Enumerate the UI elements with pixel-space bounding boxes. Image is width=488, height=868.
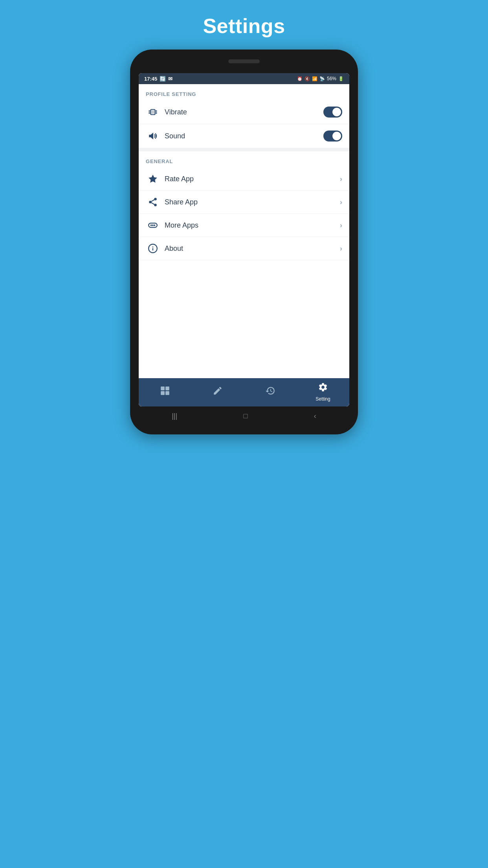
signal-icon: 📡 xyxy=(319,76,325,81)
vibrate-label: Vibrate xyxy=(165,108,323,116)
page-title: Settings xyxy=(203,0,285,50)
vibrate-toggle[interactable] xyxy=(323,107,342,118)
more-apps-row[interactable]: More Apps › xyxy=(139,214,349,237)
screen-content: PROFILE SETTING Vibrate xyxy=(139,84,349,406)
section-divider-1 xyxy=(139,148,349,151)
phone-top xyxy=(139,50,349,73)
svg-rect-22 xyxy=(161,386,165,390)
svg-rect-1 xyxy=(152,110,154,114)
battery-icon: 🔋 xyxy=(338,76,344,81)
vibrate-icon xyxy=(146,107,160,117)
nav-item-edit[interactable] xyxy=(202,386,233,398)
svg-line-14 xyxy=(151,200,154,201)
status-right: ⏰ 🔇 📶 📡 56% 🔋 xyxy=(297,76,344,81)
sound-row[interactable]: Sound xyxy=(139,124,349,148)
more-apps-icon xyxy=(146,220,160,230)
svg-point-21 xyxy=(152,246,154,248)
share-app-chevron: › xyxy=(340,198,342,206)
rate-app-row[interactable]: Rate App › xyxy=(139,167,349,191)
svg-point-18 xyxy=(154,224,155,226)
share-app-row[interactable]: Share App › xyxy=(139,191,349,214)
pencil-icon xyxy=(213,386,223,398)
nav-item-history[interactable] xyxy=(255,386,286,398)
history-icon xyxy=(265,386,275,398)
about-row[interactable]: About › xyxy=(139,237,349,260)
home-btn[interactable]: □ xyxy=(244,412,248,420)
profile-section-header: PROFILE SETTING xyxy=(139,84,349,100)
sound-icon xyxy=(146,131,160,141)
empty-space xyxy=(139,260,349,378)
info-icon xyxy=(146,243,160,254)
rate-app-label: Rate App xyxy=(165,175,340,183)
wifi-icon: 📶 xyxy=(312,76,317,81)
share-icon xyxy=(146,197,160,207)
more-apps-label: More Apps xyxy=(165,221,340,230)
svg-rect-24 xyxy=(161,391,165,395)
status-left: 17:45 🔄 ✉ xyxy=(144,76,172,82)
sound-toggle[interactable] xyxy=(323,131,342,142)
battery-text: 56% xyxy=(327,76,336,81)
status-time: 17:45 xyxy=(144,76,157,82)
rate-app-chevron: › xyxy=(340,175,342,183)
status-bar: 17:45 🔄 ✉ ⏰ 🔇 📶 📡 56% 🔋 xyxy=(139,73,349,84)
about-chevron: › xyxy=(340,245,342,253)
phone-screen: 17:45 🔄 ✉ ⏰ 🔇 📶 📡 56% 🔋 PROFILE SETTING xyxy=(139,73,349,406)
email-icon: ✉ xyxy=(168,76,172,82)
nav-item-home[interactable] xyxy=(149,386,181,398)
svg-point-11 xyxy=(149,201,152,204)
sound-label: Sound xyxy=(165,132,323,140)
alarm-icon: ⏰ xyxy=(297,76,303,81)
star-icon xyxy=(146,174,160,184)
share-app-label: Share App xyxy=(165,198,340,206)
vibrate-row[interactable]: Vibrate xyxy=(139,100,349,124)
grid-icon xyxy=(160,386,170,398)
general-section-header: GENERAL xyxy=(139,151,349,167)
svg-rect-25 xyxy=(165,391,169,395)
bottom-nav: Setting xyxy=(139,378,349,406)
svg-point-10 xyxy=(154,198,157,200)
svg-rect-23 xyxy=(165,386,169,390)
mute-icon: 🔇 xyxy=(305,76,310,81)
back-btn[interactable]: ‹ xyxy=(314,412,316,420)
svg-marker-8 xyxy=(149,132,153,139)
phone-frame: 17:45 🔄 ✉ ⏰ 🔇 📶 📡 56% 🔋 PROFILE SETTING xyxy=(130,50,358,434)
android-bar: ||| □ ‹ xyxy=(139,406,349,426)
svg-point-17 xyxy=(152,224,154,226)
about-label: About xyxy=(165,245,340,253)
nav-item-setting[interactable]: Setting xyxy=(307,382,339,402)
svg-line-13 xyxy=(151,203,154,204)
svg-point-16 xyxy=(150,224,152,226)
svg-marker-9 xyxy=(149,175,157,183)
svg-point-12 xyxy=(154,204,157,206)
sync-icon: 🔄 xyxy=(160,76,166,82)
gear-icon xyxy=(318,382,328,395)
setting-nav-label: Setting xyxy=(316,396,330,402)
more-apps-chevron: › xyxy=(340,221,342,230)
phone-speaker xyxy=(228,59,260,63)
menu-btn[interactable]: ||| xyxy=(172,412,177,420)
